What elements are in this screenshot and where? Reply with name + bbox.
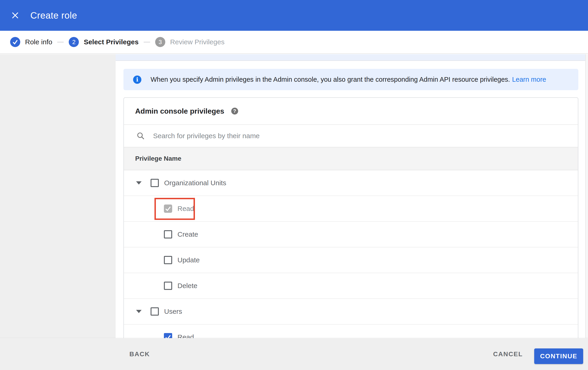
privilege-label: Delete (178, 282, 198, 290)
scrolled-banner-strip (116, 54, 585, 61)
create-checkbox[interactable] (164, 230, 172, 239)
left-gutter (0, 54, 116, 338)
privilege-row-users: Users (124, 299, 578, 325)
info-icon: i (133, 76, 141, 84)
footer-bar: BACK CANCEL CONTINUE (0, 338, 588, 370)
check-icon (164, 333, 172, 338)
privilege-label: Create (178, 230, 198, 238)
step-3-label[interactable]: Review Privileges (170, 38, 225, 46)
close-icon (11, 11, 19, 20)
check-icon (164, 204, 172, 213)
info-banner: i When you specify Admin privileges in t… (124, 69, 578, 90)
step-connector (144, 42, 150, 42)
privilege-label: Organizational Units (164, 179, 226, 187)
step-2-circle[interactable]: 2 (69, 37, 79, 47)
step-3-number: 3 (159, 39, 162, 46)
users-checkbox[interactable] (151, 307, 159, 316)
collapse-arrow-icon[interactable] (136, 181, 142, 185)
stepper: Role info 2 Select Privileges 3 Review P… (0, 31, 588, 54)
privilege-row-create: Create (124, 222, 578, 247)
privilege-search-row (124, 125, 578, 147)
privilege-row-organizational-units: Organizational Units (124, 170, 578, 196)
users-read-checkbox-checked[interactable] (164, 333, 172, 338)
close-button[interactable] (10, 10, 20, 20)
cancel-button[interactable]: CANCEL (493, 338, 523, 370)
step-2-label[interactable]: Select Privileges (84, 38, 138, 46)
step-2-number: 2 (72, 39, 75, 46)
collapse-arrow-icon[interactable] (136, 310, 142, 313)
update-checkbox[interactable] (164, 256, 172, 264)
check-icon (10, 37, 20, 47)
privilege-label: Update (178, 256, 200, 264)
dialog-header: Create role (0, 0, 588, 31)
search-input[interactable] (153, 132, 498, 140)
read-checkbox-checked[interactable] (164, 204, 172, 213)
scroll-content: i When you specify Admin privileges in t… (116, 54, 585, 338)
privilege-row-read: Read (124, 196, 578, 222)
privilege-row-update: Update (124, 247, 578, 273)
privilege-label: Read (178, 333, 194, 338)
card-header: Admin console privileges ? (124, 98, 578, 125)
vertical-scrollbar[interactable] (585, 54, 588, 338)
learn-more-link[interactable]: Learn more (512, 76, 546, 83)
privilege-row-users-read: Read (124, 325, 578, 338)
card-title: Admin console privileges (135, 107, 224, 115)
continue-button[interactable]: CONTINUE (534, 349, 583, 364)
organizational-units-checkbox[interactable] (151, 179, 159, 187)
table-header: Privilege Name (124, 147, 578, 170)
delete-checkbox[interactable] (164, 282, 172, 290)
column-privilege-name: Privilege Name (135, 155, 181, 162)
privilege-label: Users (164, 308, 182, 315)
step-3-circle[interactable]: 3 (155, 37, 165, 47)
step-connector (57, 42, 64, 42)
search-icon (137, 132, 145, 140)
step-1-label[interactable]: Role info (25, 38, 52, 46)
privilege-label: Read (178, 205, 194, 212)
back-button[interactable]: BACK (129, 338, 150, 370)
banner-text: When you specify Admin privileges in the… (151, 76, 510, 83)
step-1-circle[interactable] (10, 37, 20, 47)
page-title: Create role (30, 10, 77, 21)
privilege-row-delete: Delete (124, 273, 578, 299)
help-icon[interactable]: ? (231, 108, 238, 115)
admin-privileges-card: Admin console privileges ? Privilege Nam… (124, 97, 578, 338)
